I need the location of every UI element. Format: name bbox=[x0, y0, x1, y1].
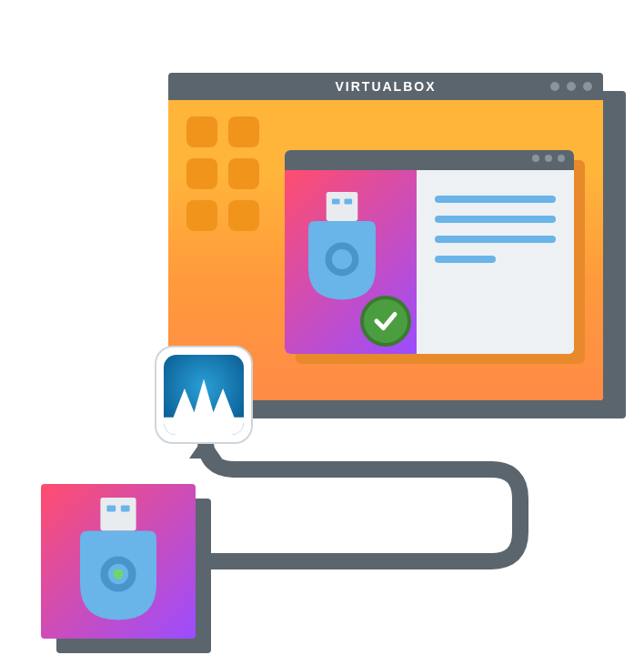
info-line bbox=[435, 216, 556, 223]
window-titlebar: VIRTUALBOX bbox=[168, 73, 603, 100]
app-tile bbox=[186, 158, 217, 189]
svg-rect-1 bbox=[332, 198, 340, 204]
inner-control-dot bbox=[532, 155, 539, 162]
window-control-dot bbox=[550, 82, 559, 91]
app-tile bbox=[228, 158, 259, 189]
info-line bbox=[435, 196, 556, 203]
app-grid bbox=[186, 116, 259, 231]
virtualbox-logo-badge bbox=[155, 346, 253, 444]
info-line bbox=[435, 256, 496, 263]
window-control-dot bbox=[583, 82, 592, 91]
app-tile bbox=[228, 200, 259, 231]
usb-preview-panel bbox=[285, 170, 417, 354]
app-tile bbox=[186, 116, 217, 147]
inner-card-titlebar bbox=[285, 150, 574, 170]
window-control-dot bbox=[567, 82, 576, 91]
window-controls bbox=[550, 82, 592, 91]
info-line bbox=[435, 236, 556, 243]
usb-device-card bbox=[285, 150, 574, 354]
svg-rect-2 bbox=[344, 198, 352, 204]
window-title: VIRTUALBOX bbox=[336, 79, 437, 94]
checkmark-badge bbox=[360, 296, 411, 347]
svg-rect-0 bbox=[327, 192, 358, 221]
svg-rect-4 bbox=[100, 498, 136, 530]
inner-control-dot bbox=[558, 155, 565, 162]
inner-control-dot bbox=[545, 155, 552, 162]
app-tile bbox=[186, 200, 217, 231]
svg-point-8 bbox=[113, 569, 123, 579]
app-tile bbox=[228, 116, 259, 147]
checkmark-icon bbox=[372, 307, 399, 335]
usb-icon bbox=[308, 192, 376, 304]
usb-icon bbox=[80, 498, 156, 625]
svg-rect-6 bbox=[121, 505, 130, 511]
device-info-lines bbox=[417, 170, 574, 354]
usb-source-tile bbox=[41, 484, 196, 639]
svg-rect-5 bbox=[106, 505, 116, 511]
virtualbox-logo-icon bbox=[164, 355, 244, 435]
